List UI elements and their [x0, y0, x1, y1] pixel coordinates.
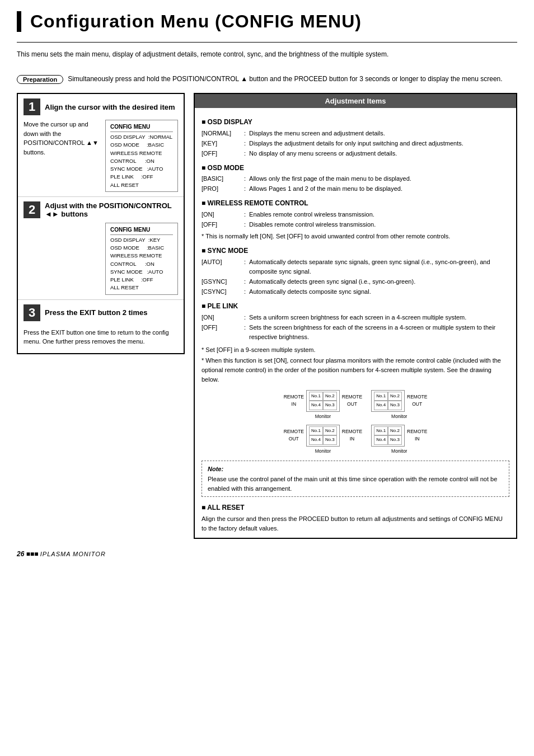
step-2-body: CONFIG MENU OSD DISPLAY :KEY OSD MODE :B…: [24, 223, 178, 295]
adj-val: Disables remote control wireless transmi…: [249, 220, 509, 229]
diagram-row-top: REMOTEIN No.1 No.2 No.4 No.3 REMOTEOUT: [202, 390, 509, 420]
step-1-title: Align the cursor with the desired item: [45, 103, 175, 111]
adj-val: No display of any menu screens or adjust…: [249, 149, 509, 158]
step-3-body: Press the EXIT button one time to return…: [24, 326, 178, 349]
adj-val: Displays the adjustment details for only…: [249, 139, 509, 148]
remote-row-bl: REMOTEOUT No.1 No.2 No.4 No.3 REMOTEIN: [284, 425, 363, 447]
monitor-label-tl: Monitor: [284, 413, 363, 420]
adj-ple-on: [ON] : Sets a uniform screen brightness …: [202, 313, 509, 322]
adj-colon: :: [244, 149, 246, 158]
monitor-label-bl: Monitor: [284, 448, 363, 455]
remote-in-br-label: REMOTEIN: [407, 428, 427, 443]
adj-colon: :: [244, 257, 246, 276]
adj-osd-display-title: OSD DISPLAY: [202, 117, 509, 128]
adj-osd-key: [KEY] : Displays the adjustment details …: [202, 139, 509, 148]
adj-colon: :: [244, 174, 246, 184]
adj-colon: :: [244, 139, 246, 148]
cell-grid-br: No.1 No.2 No.4 No.3: [374, 426, 402, 445]
step-2-menu-row-5: PLE LINK :OFF: [110, 276, 173, 284]
cell-tr-no4: No.4: [374, 401, 388, 410]
cell-tl-no2: No.2: [323, 392, 337, 401]
wireless-note: * This is normally left [ON]. Set [OFF] …: [202, 232, 509, 241]
cell-bl-no3: No.3: [323, 435, 337, 444]
monitor-top-right: No.1 No.2 No.4 No.3 REMOTEOUT Monitor: [371, 390, 427, 420]
cell-bl-no4: No.4: [309, 435, 323, 444]
cell-br-no1: No.1: [374, 426, 388, 435]
adj-val: Allows Pages 1 and 2 of the main menu to…: [249, 184, 509, 194]
step-1-menu-row-5: PLE LINK :OFF: [110, 173, 173, 181]
adj-val: Sets a uniform screen brightness for eac…: [249, 313, 509, 322]
adj-val: Automatically detects green sync signal …: [249, 277, 509, 287]
cell-grid-tl: No.1 No.2 No.4 No.3: [309, 392, 337, 410]
adj-key: [OFF]: [202, 323, 241, 342]
page-title: Configuration Menu (CONFIG MENU): [17, 11, 517, 32]
adj-key: [NORMAL]: [202, 129, 241, 138]
intro-text: This menu sets the main menu, display of…: [17, 50, 517, 58]
step-2-menu-row-6: ALL RESET: [110, 284, 173, 292]
ple-note-2: * When this function is set [ON], connec…: [202, 356, 509, 384]
cell-tl-no3: No.3: [323, 401, 337, 410]
adj-key: [BASIC]: [202, 174, 241, 184]
step-3-title: Press the EXIT button 2 times: [45, 308, 148, 317]
step-2-number: 2: [24, 201, 40, 218]
adj-all-reset-text: Align the cursor and then press the PROC…: [202, 514, 509, 533]
mon-cells-tl: No.1 No.2 No.4 No.3: [306, 390, 340, 412]
monitor-label-tr: Monitor: [371, 413, 427, 420]
adj-wireless-title: WIRELESS REMOTE CONTROL: [202, 198, 509, 209]
cell-tr-no1: No.1: [374, 392, 388, 401]
remote-in-bl-label: REMOTEIN: [342, 428, 362, 443]
adj-colon: :: [244, 287, 246, 297]
step-1-body: Move the cursor up and down with the POS…: [24, 120, 178, 192]
adj-colon: :: [244, 313, 246, 322]
adj-sync-csync: [CSYNC] : Automatically detects composit…: [202, 287, 509, 297]
remote-out-label: REMOTEOUT: [342, 393, 362, 408]
adj-key: [OFF]: [202, 149, 241, 158]
monitor-top-left: REMOTEIN No.1 No.2 No.4 No.3 REMOTEOUT: [284, 390, 363, 420]
step-1-menu-row-1: OSD MODE :BASIC: [110, 141, 173, 149]
step-2-menu-row-2: WIRELESS REMOTE: [110, 252, 173, 260]
step-2-menu-title: CONFIG MENU: [110, 226, 173, 235]
adj-val: Displays the menu screen and adjustment …: [249, 129, 509, 138]
step-1-menu-row-2: WIRELESS REMOTE: [110, 149, 173, 157]
title-separator: [17, 42, 517, 43]
adj-key: [GSYNC]: [202, 277, 241, 287]
remote-row-tr: No.1 No.2 No.4 No.3 REMOTEOUT: [371, 390, 427, 412]
adj-ple-title: PLE LINK: [202, 301, 509, 312]
step-1-menu: CONFIG MENU OSD DISPLAY :NORMAL OSD MODE…: [105, 120, 178, 192]
step-3-text: Press the EXIT button one time to return…: [24, 328, 178, 346]
step-2-menu-row-0: OSD DISPLAY :KEY: [110, 236, 173, 244]
adj-key: [KEY]: [202, 139, 241, 148]
step-2-menu: CONFIG MENU OSD DISPLAY :KEY OSD MODE :B…: [105, 223, 178, 295]
ple-diagram: REMOTEIN No.1 No.2 No.4 No.3 REMOTEOUT: [202, 390, 509, 455]
diagram-row-bottom: REMOTEOUT No.1 No.2 No.4 No.3 REMOTEIN: [202, 425, 509, 455]
cell-tr-no2: No.2: [388, 392, 402, 401]
step-3-section: 3 Press the EXIT button 2 times Press th…: [18, 300, 184, 353]
footer-brand: iPLASMA MONITOR: [40, 551, 106, 557]
cell-bl-no1: No.1: [309, 426, 323, 435]
remote-in-label: REMOTEIN: [284, 393, 304, 408]
adj-val: Automatically detects composite sync sig…: [249, 287, 509, 297]
remote-out-tr-label: REMOTEOUT: [407, 393, 427, 408]
main-content: 1 Align the cursor with the desired item…: [17, 93, 517, 539]
adj-val: Sets the screen brightness for each of t…: [249, 323, 509, 342]
step-2-header: 2 Adjust with the POSITION/CONTROL ◄► bu…: [24, 201, 178, 218]
adj-colon: :: [244, 184, 246, 194]
adj-key: [PRO]: [202, 184, 241, 194]
cell-br-no2: No.2: [388, 426, 402, 435]
monitor-label-br: Monitor: [371, 448, 427, 455]
step-2-section: 2 Adjust with the POSITION/CONTROL ◄► bu…: [18, 197, 184, 300]
cell-bl-no2: No.2: [323, 426, 337, 435]
adj-osd-basic: [BASIC] : Allows only the first page of …: [202, 174, 509, 184]
page-footer: 26 ■■■ iPLASMA MONITOR: [17, 550, 517, 558]
right-column: Adjustment Items OSD DISPLAY [NORMAL] : …: [194, 93, 517, 539]
ple-note-1: * Set [OFF] in a 9-screen multiple syste…: [202, 345, 509, 355]
adj-sync-auto: [AUTO] : Automatically detects separate …: [202, 257, 509, 276]
cell-tr-no3: No.3: [388, 401, 402, 410]
adj-key: [CSYNC]: [202, 287, 241, 297]
adj-colon: :: [244, 323, 246, 342]
preparation-badge: Preparation: [17, 75, 63, 84]
adj-val: Automatically detects separate sync sign…: [249, 257, 509, 276]
cell-br-no3: No.3: [388, 435, 402, 444]
adj-colon: :: [244, 220, 246, 229]
step-2-title: Adjust with the POSITION/CONTROL ◄► butt…: [45, 201, 178, 218]
